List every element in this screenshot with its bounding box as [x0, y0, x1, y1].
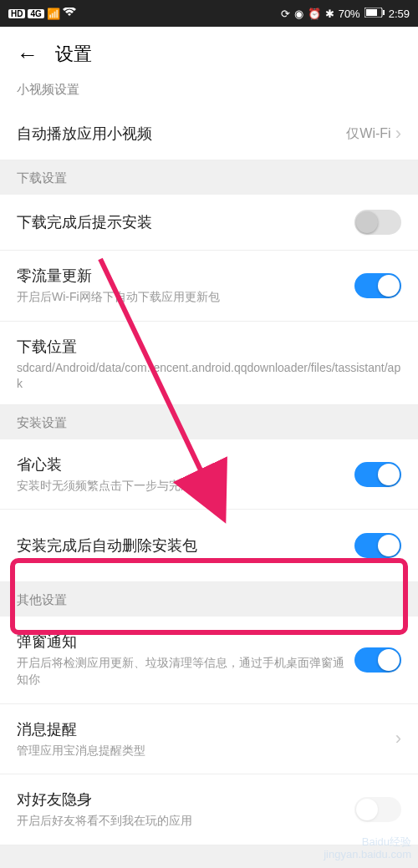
- chevron-right-icon: ›: [395, 728, 401, 749]
- sync-icon: ⟳: [281, 8, 290, 20]
- svg-rect-2: [383, 10, 385, 15]
- item-label: 下载完成后提示安装: [17, 212, 354, 232]
- item-label: 对好友隐身: [17, 789, 354, 810]
- toggle-hide-friends[interactable]: [354, 797, 401, 822]
- item-label: 零流量更新: [17, 266, 354, 286]
- svg-rect-1: [366, 9, 377, 16]
- section-header-install: 安装设置: [0, 405, 418, 439]
- item-label: 消息提醒: [17, 719, 395, 739]
- alarm-icon: ⏰: [308, 8, 321, 20]
- item-download-location[interactable]: 下载位置 sdcard/Android/data/com.tencent.and…: [0, 322, 418, 405]
- item-sub: 安装时无须频繁点击下一步与完成: [17, 478, 354, 495]
- item-message-remind[interactable]: 消息提醒 管理应用宝消息提醒类型 ›: [0, 704, 418, 775]
- item-sub: sdcard/Android/data/com.tencent.android.…: [17, 360, 401, 393]
- item-autoplay[interactable]: 自动播放应用小视频 仅Wi-Fi ›: [0, 108, 418, 160]
- clock-time: 2:59: [389, 8, 410, 20]
- item-sub: 开启后Wi-Fi网络下自动下载应用更新包: [17, 289, 354, 306]
- chevron-right-icon: ›: [395, 123, 401, 145]
- item-label: 安装完成后自动删除安装包: [17, 536, 354, 556]
- item-label: 下载位置: [17, 337, 401, 357]
- item-label: 省心装: [17, 454, 354, 475]
- item-easy-install: 省心装 安装时无须频繁点击下一步与完成: [0, 439, 418, 510]
- battery-icon: [364, 8, 385, 20]
- item-label: 自动播放应用小视频: [17, 124, 346, 144]
- status-bar: HD 4G 📶 ⟳ ◉ ⏰ ✱ 70% 2:59: [0, 0, 418, 27]
- eye-icon: ◉: [294, 8, 303, 20]
- toggle-prompt-install[interactable]: [354, 210, 401, 235]
- item-auto-delete-apk: 安装完成后自动删除安装包: [0, 510, 418, 582]
- section-header-video: 小视频设置: [0, 82, 418, 108]
- network-badge: 4G: [28, 9, 43, 18]
- item-popup-notify: 弹窗通知 开启后将检测应用更新、垃圾清理等信息，通过手机桌面弹窗通知你: [0, 617, 418, 703]
- bluetooth-icon: ✱: [325, 8, 334, 20]
- section-header-download: 下载设置: [0, 160, 418, 195]
- battery-pct: 70%: [339, 8, 360, 20]
- item-prompt-install: 下载完成后提示安装: [0, 195, 418, 251]
- signal-icon: 📶: [47, 8, 60, 20]
- hd-badge: HD: [8, 9, 25, 18]
- page-title: 设置: [55, 42, 92, 67]
- toggle-zero-data[interactable]: [354, 273, 401, 298]
- watermark: Baidu经验 jingyan.baidu.com: [324, 835, 411, 861]
- wifi-icon: [63, 7, 76, 20]
- item-sub: 管理应用宝消息提醒类型: [17, 743, 395, 759]
- toggle-auto-delete[interactable]: [354, 533, 401, 558]
- item-zero-data-update: 零流量更新 开启后Wi-Fi网络下自动下载应用更新包: [0, 251, 418, 322]
- app-header: ← 设置: [0, 27, 418, 82]
- item-value: 仅Wi-Fi: [346, 125, 390, 143]
- back-icon[interactable]: ←: [17, 42, 38, 68]
- toggle-popup-notify[interactable]: [354, 647, 401, 673]
- item-sub: 开启后将检测应用更新、垃圾清理等信息，通过手机桌面弹窗通知你: [17, 655, 354, 688]
- item-label: 弹窗通知: [17, 632, 354, 652]
- toggle-easy-install[interactable]: [354, 462, 401, 487]
- item-sub: 开启后好友将看不到我在玩的应用: [17, 813, 354, 830]
- section-header-other: 其他设置: [0, 582, 418, 617]
